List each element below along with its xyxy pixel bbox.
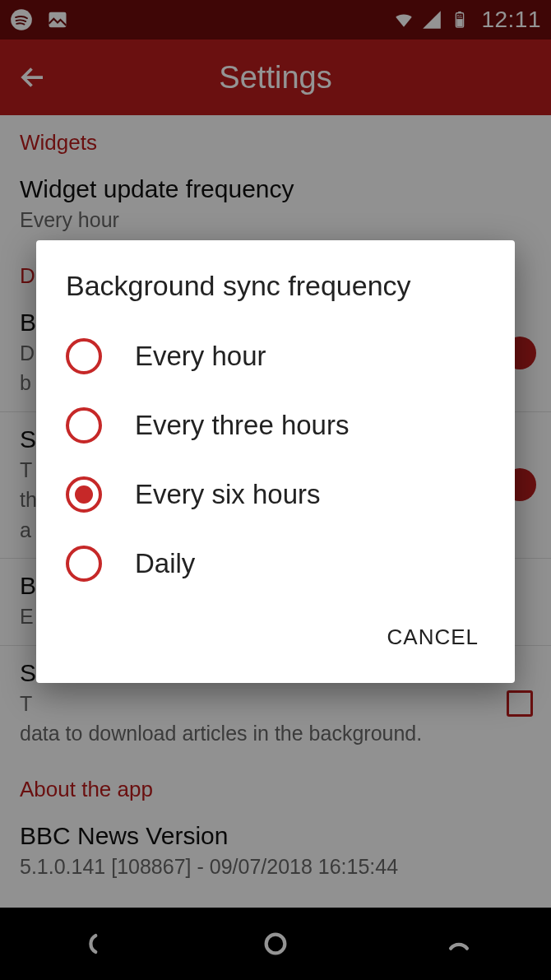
- dialog-background-sync-frequency: Background sync frequency Every hour Eve…: [36, 240, 515, 683]
- radio-label: Every six hours: [135, 479, 321, 510]
- radio-option-every-hour[interactable]: Every hour: [36, 322, 515, 391]
- radio-label: Daily: [135, 548, 195, 579]
- radio-option-daily[interactable]: Daily: [36, 529, 515, 598]
- radio-icon-selected: [66, 476, 102, 513]
- radio-label: Every three hours: [135, 410, 349, 441]
- radio-label: Every hour: [135, 341, 266, 372]
- radio-icon: [66, 546, 102, 582]
- cancel-button[interactable]: CANCEL: [374, 615, 492, 660]
- radio-icon: [66, 407, 102, 444]
- radio-option-every-six-hours[interactable]: Every six hours: [36, 460, 515, 529]
- radio-option-every-three-hours[interactable]: Every three hours: [36, 391, 515, 460]
- dialog-title: Background sync frequency: [36, 270, 515, 322]
- radio-icon: [66, 338, 102, 374]
